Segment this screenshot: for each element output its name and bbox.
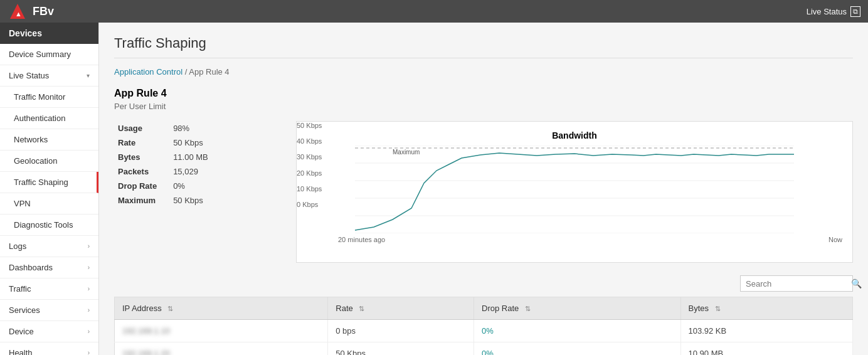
sort-icon-drop-rate: ⇅ [525,305,531,312]
sidebar-item-health[interactable]: Health › [0,342,98,355]
chart-title: Bandwidth [307,130,842,140]
chevron-right-icon-services: › [88,307,90,314]
sidebar-item-device[interactable]: Device › [0,321,98,342]
chevron-right-icon-dashboards: › [88,264,90,271]
stat-drop-rate: Drop Rate 0% [114,179,212,193]
stat-drop-rate-label: Drop Rate [114,179,169,193]
brand-logo-icon: ▲ [9,3,26,20]
stat-packets-label: Packets [114,164,169,179]
col-header-ip[interactable]: IP Address ⇅ [115,297,328,320]
search-box[interactable]: 🔍 [740,275,853,292]
sort-icon-ip: ⇅ [167,305,173,312]
sidebar-item-traffic-monitor[interactable]: Traffic Monitor [0,87,98,108]
sidebar-label-traffic: Traffic [9,284,31,294]
stat-packets-value: 15,029 [169,164,212,179]
logo: ▲ [8,1,28,21]
sidebar-label-geolocation: Geolocation [14,156,57,166]
cell-bytes-1: 103.92 KB [680,320,853,342]
search-icon: 🔍 [851,278,862,289]
cell-ip-2: 192.168.1.20 [115,342,328,356]
stat-usage-label: Usage [114,121,169,135]
main-content: Traffic Shaping Application Control / Ap… [99,23,868,355]
sidebar-label-traffic-shaping: Traffic Shaping [14,178,68,187]
sidebar-label-services: Services [9,305,40,315]
col-header-drop-rate[interactable]: Drop Rate ⇅ [474,297,680,320]
external-link-icon: ⧉ [850,6,860,17]
chart-x-labels: 20 minutes ago Now [338,236,842,243]
sidebar-label-health: Health [9,348,33,355]
rule-subtitle: Per User Limit [114,102,853,111]
cell-ip-1: 192.168.1.10 [115,320,328,342]
chart-svg: Maximum [307,146,842,233]
sidebar-item-live-status[interactable]: Live Status ▾ [0,65,98,87]
x-label-start: 20 minutes ago [338,236,385,243]
data-table: IP Address ⇅ Rate ⇅ Drop Rate ⇅ Bytes ⇅ [114,297,853,355]
stat-usage-value: 98% [169,121,212,135]
bandwidth-line [355,153,794,230]
sidebar-item-vpn[interactable]: VPN [0,193,98,215]
col-header-bytes[interactable]: Bytes ⇅ [680,297,853,320]
sidebar-item-device-summary[interactable]: Device Summary [0,44,98,65]
device-name: FBv [33,5,807,18]
stat-rate-label: Rate [114,135,169,150]
sidebar-item-networks[interactable]: Networks [0,129,98,151]
sidebar-label-traffic-monitor: Traffic Monitor [14,92,65,102]
search-input[interactable] [746,279,851,289]
sidebar-item-dashboards[interactable]: Dashboards › [0,257,98,278]
sidebar-item-geolocation[interactable]: Geolocation [0,151,98,172]
sidebar-item-diagnostic-tools[interactable]: Diagnostic Tools [0,215,98,236]
stat-bytes: Bytes 11.00 MB [114,150,212,164]
sidebar-label-dashboards: Dashboards [9,263,53,272]
stat-maximum-label: Maximum [114,193,169,208]
sidebar-label-networks: Networks [14,135,48,144]
sidebar: Devices Device Summary Live Status ▾ Tra… [0,23,99,355]
table-header-row: IP Address ⇅ Rate ⇅ Drop Rate ⇅ Bytes ⇅ [115,297,853,320]
sort-icon-bytes: ⇅ [715,305,721,312]
chevron-down-icon: ▾ [87,72,90,79]
sidebar-item-traffic-shaping[interactable]: Traffic Shaping [0,172,98,193]
rule-title: App Rule 4 [114,88,853,99]
svg-text:▲: ▲ [15,10,22,18]
stat-rate-value: 50 Kbps [169,135,212,150]
cell-rate-1: 0 bps [328,320,474,342]
breadcrumb-parent-link[interactable]: Application Control [114,67,183,77]
sidebar-item-services[interactable]: Services › [0,300,98,321]
sidebar-item-logs[interactable]: Logs › [0,236,98,257]
stat-packets: Packets 15,029 [114,164,212,179]
sidebar-item-traffic[interactable]: Traffic › [0,278,98,300]
stat-rate: Rate 50 Kbps [114,135,212,150]
topbar: ▲ FBv Live Status ⧉ [0,0,868,23]
stat-usage: Usage 98% [114,121,212,135]
chevron-right-icon-logs: › [88,243,90,250]
svg-text:Maximum: Maximum [393,149,420,156]
table-row: 192.168.1.20 50 Kbps 0% 10.90 MB [115,342,853,356]
sidebar-label-device-summary: Device Summary [9,50,71,59]
sidebar-item-authentication[interactable]: Authentication [0,108,98,129]
breadcrumb-current: App Rule 4 [189,67,229,77]
cell-rate-2: 50 Kbps [328,342,474,356]
sidebar-root-label: Devices [9,28,42,38]
chevron-right-icon-traffic: › [88,285,90,292]
sort-icon-rate: ⇅ [359,305,364,312]
breadcrumb: Application Control / App Rule 4 [114,67,853,77]
sidebar-label-diagnostic-tools: Diagnostic Tools [14,220,73,230]
col-header-rate[interactable]: Rate ⇅ [328,297,474,320]
sidebar-label-authentication: Authentication [14,114,65,123]
stat-maximum: Maximum 50 Kbps [114,193,212,208]
bandwidth-chart: Bandwidth 50 Kbps 40 Kbps 30 Kbps 20 Kbp… [296,121,853,263]
cell-drop-rate-2: 0% [474,342,680,356]
stats-table: Usage 98% Rate 50 Kbps Bytes 11.00 MB [114,121,277,263]
live-status-button[interactable]: Live Status ⧉ [807,6,860,17]
stat-bytes-value: 11.00 MB [169,150,212,164]
chevron-right-icon-health: › [88,349,90,355]
content-grid: Usage 98% Rate 50 Kbps Bytes 11.00 MB [114,121,853,263]
y-label-50: 50 Kbps [297,122,324,129]
sidebar-label-device: Device [9,327,34,336]
sidebar-root[interactable]: Devices [0,23,98,44]
cell-drop-rate-1: 0% [474,320,680,342]
page-title: Traffic Shaping [114,35,853,58]
stat-drop-rate-value: 0% [169,179,212,193]
sidebar-label-vpn: VPN [14,199,31,208]
live-status-label: Live Status [807,7,847,16]
cell-bytes-2: 10.90 MB [680,342,853,356]
